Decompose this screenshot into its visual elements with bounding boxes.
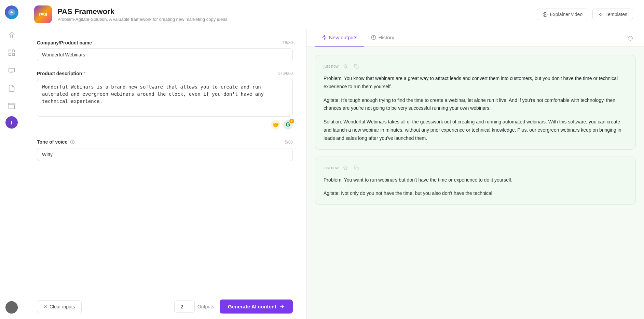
grammarly-icon[interactable]: G 2: [283, 120, 293, 130]
templates-button[interactable]: Templates: [592, 9, 633, 20]
svg-rect-5: [9, 68, 14, 72]
svg-rect-4: [12, 53, 14, 55]
svg-rect-1: [9, 50, 11, 52]
page-title: PAS Framework: [57, 7, 229, 16]
tone-of-voice-label: Tone of voice ⓘ: [37, 139, 74, 145]
header-left: PAS PAS Framework Problem-Agitate-Soluti…: [34, 5, 229, 23]
bottom-bar: ✕ Clear inputs Outputs Generate AI conte…: [23, 294, 306, 319]
chevrons-left-icon: [598, 12, 603, 17]
svg-point-8: [543, 12, 548, 17]
product-description-input[interactable]: Wonderful Webinars is a brand new softwa…: [37, 79, 293, 117]
company-name-count: 18/80: [283, 40, 293, 45]
product-description-count: 176/600: [278, 71, 293, 76]
sidebar-inbox-icon[interactable]: [4, 98, 19, 114]
company-name-input[interactable]: [37, 48, 293, 61]
lightning-icon: [322, 35, 327, 40]
tool-icon: PAS: [34, 5, 52, 23]
copy-icon-1[interactable]: [352, 62, 360, 70]
left-panel: Company/Product name 18/80 Product descr…: [23, 29, 307, 319]
copy-icon-2[interactable]: [352, 164, 360, 172]
right-panel-actions: [625, 32, 636, 43]
right-panel-header: New outputs History: [307, 29, 644, 47]
refresh-button[interactable]: [625, 32, 636, 43]
output-1-timestamp: just now: [324, 64, 339, 69]
svg-rect-2: [12, 50, 14, 52]
company-name-label: Company/Product name: [37, 40, 92, 45]
svg-marker-9: [545, 14, 546, 15]
output-2-timestamp: just now: [324, 165, 339, 170]
header-actions: Explainer video Templates: [537, 9, 633, 20]
outputs-stepper: Outputs: [174, 301, 214, 313]
company-name-label-row: Company/Product name 18/80: [37, 40, 293, 45]
svg-rect-6: [8, 103, 15, 105]
explainer-video-button[interactable]: Explainer video: [537, 9, 588, 20]
output-card-2-meta: just now: [324, 164, 627, 172]
sidebar-home-icon[interactable]: [4, 27, 19, 42]
thumbs-up-icon[interactable]: 🤝: [271, 120, 280, 130]
textarea-tools: 🤝 G 2: [37, 120, 293, 130]
sidebar-grid-icon[interactable]: [4, 45, 19, 60]
right-panel: New outputs History: [307, 29, 644, 319]
output-card-2: just now Problem: Yo: [315, 157, 636, 205]
star-icon-2[interactable]: [341, 164, 350, 172]
arrow-right-icon: [279, 304, 285, 309]
output-card-1: just now Problem: Yo: [315, 55, 636, 150]
outputs-label: Outputs: [197, 304, 214, 309]
svg-marker-15: [343, 166, 347, 170]
refresh-icon: [628, 35, 633, 41]
main-content: PAS PAS Framework Problem-Agitate-Soluti…: [23, 0, 644, 319]
play-icon: [543, 12, 548, 17]
app-logo[interactable]: [5, 5, 18, 19]
star-icon-1[interactable]: [341, 62, 350, 70]
outputs-count-input[interactable]: [174, 301, 195, 313]
company-name-field-group: Company/Product name 18/80: [37, 40, 293, 61]
svg-rect-16: [356, 167, 358, 170]
header-title-group: PAS Framework Problem-Agitate-Solution. …: [57, 7, 229, 22]
svg-rect-3: [9, 53, 11, 55]
product-description-label: Product description *: [37, 71, 85, 76]
product-description-label-row: Product description * 176/600: [37, 71, 293, 76]
tab-new-outputs[interactable]: New outputs: [315, 29, 364, 46]
user-initial-badge[interactable]: I: [5, 116, 18, 129]
x-icon: ✕: [43, 304, 47, 309]
page-subtitle: Problem-Agitate-Solution. A valuable fra…: [57, 17, 229, 22]
tone-of-voice-field-group: Tone of voice ⓘ 5/80: [37, 139, 293, 161]
clear-inputs-button[interactable]: ✕ Clear inputs: [37, 300, 82, 313]
output-card-2-text: Problem: You want to run webinars but do…: [324, 176, 627, 198]
tone-of-voice-input[interactable]: [37, 148, 293, 161]
svg-marker-13: [343, 64, 347, 68]
tone-of-voice-count: 5/80: [285, 140, 293, 145]
product-description-field-group: Product description * 176/600 Wonderful …: [37, 71, 293, 130]
sidebar: I: [0, 0, 23, 319]
sidebar-document-icon[interactable]: [4, 81, 19, 96]
generate-button[interactable]: Generate AI content: [220, 300, 293, 314]
tone-info-icon[interactable]: ⓘ: [70, 139, 74, 145]
user-avatar[interactable]: [5, 301, 18, 314]
header: PAS PAS Framework Problem-Agitate-Soluti…: [23, 0, 644, 29]
tab-history[interactable]: History: [364, 29, 401, 46]
output-card-1-text: Problem: You know that webinars are a gr…: [324, 75, 627, 143]
right-panel-content: just now Problem: Yo: [307, 47, 644, 319]
svg-rect-14: [356, 66, 358, 68]
svg-marker-11: [323, 35, 326, 40]
tone-of-voice-label-row: Tone of voice ⓘ 5/80: [37, 139, 293, 145]
clock-icon: [371, 35, 376, 40]
left-panel-scroll: Company/Product name 18/80 Product descr…: [23, 29, 306, 294]
body-split: Company/Product name 18/80 Product descr…: [23, 29, 644, 319]
sidebar-chat-icon[interactable]: [4, 63, 19, 78]
output-card-1-meta: just now: [324, 62, 627, 70]
